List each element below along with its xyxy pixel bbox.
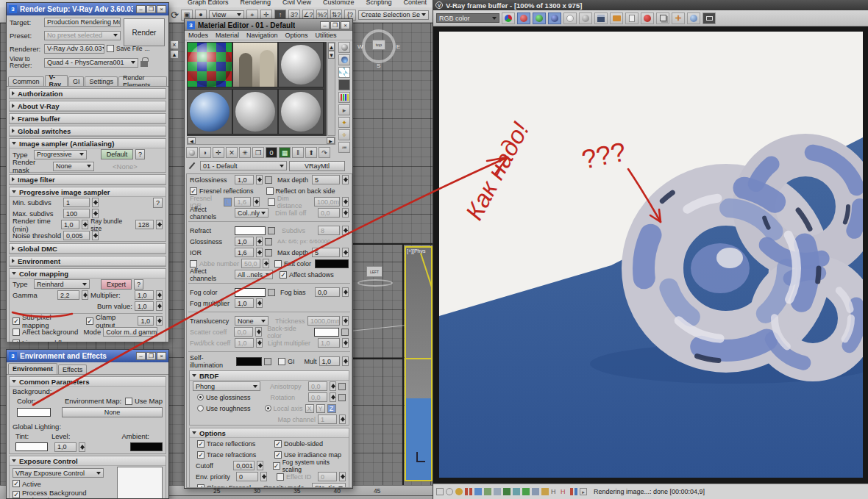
rotation-spinner[interactable] [330,392,336,402]
max-subdivs-spinner[interactable] [92,209,99,218]
ray-bundle-spinner[interactable] [156,220,163,229]
close-icon[interactable]: × [157,352,166,360]
render-last-icon[interactable] [687,12,700,24]
show-map-icon[interactable]: ▦ [279,147,291,158]
cmap-help-button[interactable]: ? [134,279,143,290]
min-subdivs-spinner[interactable] [92,198,99,207]
vfb-channel-dropdown[interactable]: RGB color [436,13,499,23]
multiplier-field[interactable]: 1,0 [135,290,154,300]
rollout-authorization[interactable]: Authorization [10,89,166,98]
backside-color-swatch[interactable] [314,328,339,337]
map-channel-field[interactable]: 1 [318,414,337,424]
material-options-icon[interactable]: ✦ [338,117,350,128]
blue-channel-icon[interactable] [548,12,561,24]
restore-icon[interactable]: ❐ [146,352,156,360]
minimize-icon[interactable]: – [136,5,146,13]
status-icon[interactable] [541,488,549,495]
render-setup-titlebar[interactable]: 3 Render Setup: V-Ray Adv 3.60.03 –❐× [7,3,168,15]
max-subdivs-field[interactable]: 100 [63,209,90,218]
background-color-swatch[interactable] [17,408,51,417]
sampler-help-button[interactable]: ? [135,149,145,159]
save-image-icon[interactable] [594,12,608,24]
vray-frame-buffer-window[interactable]: V V-Ray frame buffer - [100% of 1300 x 9… [433,0,868,499]
dim-distance-field[interactable]: 100,0mm [314,197,340,207]
viewport-label[interactable]: [+][Phys [407,248,425,254]
scroll-up-icon[interactable]: ▴ [328,43,335,51]
anisotropy-field[interactable]: 0,0 [308,381,327,391]
noise-threshold-field[interactable]: 0,005 [63,231,90,240]
status-icon[interactable]: ▸ [580,488,587,495]
save-file-checkbox[interactable] [107,45,114,52]
progressive-help-button[interactable]: ? [153,198,163,208]
map-channel-spinner[interactable] [339,414,346,424]
sample-hscrollbar[interactable]: ◂ ▸ [187,137,335,145]
menu-rendering[interactable]: Rendering [241,0,271,6]
rollout-environment[interactable]: Environment [10,256,166,266]
render-time-field[interactable]: 1,0 [61,220,79,229]
gi-checkbox[interactable] [278,358,285,365]
rollout-options[interactable]: Options [190,428,349,438]
thickness-field[interactable]: 1000,0mm [307,316,340,326]
self-mult-field[interactable]: 1,0 [319,356,340,366]
rollout-brdf[interactable]: BRDF [190,371,349,381]
menu-navigation[interactable]: Navigation [246,32,278,39]
abbe-spinner[interactable] [263,259,269,268]
alpha-channel-icon[interactable] [563,12,577,24]
trace-reflections-checkbox[interactable] [197,440,204,448]
scroll-down-icon[interactable]: ▾ [328,51,335,59]
rgb-wheel-icon[interactable] [502,12,515,24]
rollout-common-parameters[interactable]: Common Parameters [10,377,166,387]
sample-slot-checker[interactable] [187,42,232,87]
menu-modes[interactable]: Modes [188,32,208,39]
fog-mult-field[interactable]: 1,0 [235,298,254,308]
minimize-icon[interactable]: – [320,21,330,29]
sample-slot-gray[interactable] [278,42,324,87]
clamp-checkbox[interactable] [86,317,93,325]
anisotropy-map-slot[interactable] [338,383,346,390]
restore-icon[interactable]: ❐ [330,21,340,29]
viewcube-top-face[interactable]: top [372,40,385,50]
sample-slot-gray3[interactable] [278,89,324,134]
dock-scroll-up-icon[interactable]: ▴ [170,50,179,59]
sample-slot-environment[interactable] [232,42,278,87]
show-end-result-icon[interactable]: ‖ [292,147,304,158]
cutoff-field[interactable]: 0,001 [233,461,254,470]
cutoff-spinner[interactable] [257,461,263,470]
status-icon[interactable] [436,488,444,495]
rollout-frame-buffer[interactable]: Frame buffer [10,114,166,123]
scatter-spinner[interactable] [255,327,262,337]
make-unique-icon[interactable]: ✳ [239,147,251,158]
rglossiness-spinner[interactable] [256,175,263,184]
subpixel-checkbox[interactable] [13,317,20,325]
multiplier-spinner[interactable] [156,290,163,300]
level-field[interactable]: 1,0 [54,442,77,452]
cmap-type-dropdown[interactable]: Reinhard [34,279,90,289]
axis-z-button[interactable]: Z [327,404,336,413]
create-selection-set-dropdown[interactable]: Create Selection Se [358,10,429,20]
fog-units-checkbox[interactable] [273,462,280,470]
rollout-color-mapping[interactable]: Color mapping [10,269,166,279]
clear-image-icon[interactable] [641,12,654,24]
burn-spinner[interactable] [156,301,163,311]
refr-glossiness-map-slot[interactable] [265,238,272,245]
menu-options[interactable]: Options [285,32,308,39]
target-dropdown[interactable]: Production Rendering Mode [44,18,121,27]
effect-id-field[interactable]: 0 [318,472,337,481]
use-irradiance-checkbox[interactable] [274,451,282,459]
restore-icon[interactable]: ❐ [146,5,156,13]
gamma-field[interactable]: 2,2 [57,290,79,300]
env-priority-field[interactable]: 0 [236,472,258,481]
env-titlebar[interactable]: 3 Environment and Effects –❐× [7,350,168,362]
use-roughness-radio[interactable] [197,405,204,412]
viewcube-compass[interactable]: top W E S [362,29,396,63]
default-button[interactable]: Default [101,149,133,159]
sample-type-icon[interactable] [338,42,350,53]
glossy-fresnel-checkbox[interactable] [197,484,204,489]
render-image[interactable] [439,32,863,478]
double-sided-checkbox[interactable] [274,440,282,448]
subdivs-spinner[interactable] [342,226,349,235]
load-image-icon[interactable] [610,12,623,24]
fog-map-slot[interactable] [268,289,275,296]
render-mask-dropdown[interactable]: None [53,162,94,171]
status-icon[interactable] [446,488,453,495]
